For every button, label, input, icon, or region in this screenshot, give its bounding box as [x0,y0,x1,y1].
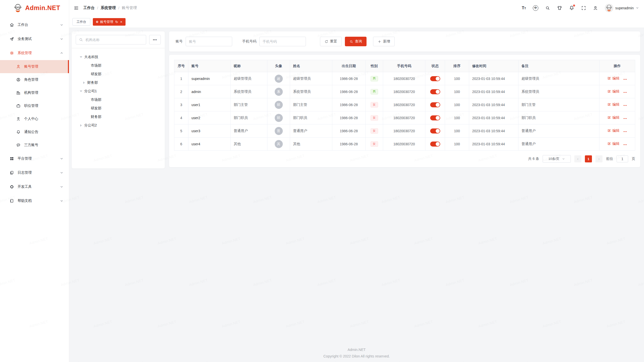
sidebar-item-dev-tools[interactable]: 开发工具 [0,180,69,194]
prev-page-button[interactable]: ‹ [574,155,581,162]
gender-badge: 女 [371,115,378,121]
search-icon[interactable] [545,6,550,11]
more-actions-button[interactable]: ••• [623,78,627,81]
tree-node[interactable]: 财务部 [76,113,161,121]
current-page-button[interactable]: 1 [585,155,592,162]
goto-page-input[interactable] [617,155,628,162]
person-icon[interactable] [593,6,598,11]
edit-button[interactable]: 编辑 [607,142,619,146]
sidebar-item-workbench[interactable]: 工作台 [0,18,69,32]
sidebar-item-position-management[interactable]: 职位管理 [0,99,69,112]
more-actions-button[interactable]: ••• [623,91,627,94]
sidebar-item-log-management[interactable]: 日志管理 [0,166,69,180]
tree-node[interactable]: 市场部 [76,61,161,70]
avatar: 普 [275,127,283,135]
next-page-button[interactable]: › [595,155,602,162]
collapse-menu-icon[interactable] [74,6,79,11]
status-toggle[interactable] [430,102,440,107]
more-actions-button[interactable]: ••• [623,130,627,133]
breadcrumb-separator: / [97,6,98,10]
tree-node[interactable]: 财务部 [76,78,161,87]
sidebar-item-notice[interactable]: 通知公告 [0,125,69,139]
caret-right-icon[interactable] [82,81,86,84]
tab-workbench[interactable]: 工作台 [72,18,90,26]
sidebar-item-role-management[interactable]: 角色管理 [0,73,69,86]
notification-badge [573,5,575,7]
sidebar-item-org-management[interactable]: 机构管理 [0,86,69,99]
tab-account-management[interactable]: 账号管理 ↻ × [93,18,126,26]
add-button[interactable]: 新增 [373,37,395,46]
refresh-icon[interactable]: ↻ [115,20,118,24]
caret-down-icon[interactable] [79,90,83,92]
edit-button[interactable]: 编辑 [607,102,619,107]
query-button[interactable]: 查询 [345,37,367,46]
tag-view-bar: 工作台 账号管理 ↻ × [69,16,644,28]
close-icon[interactable]: × [120,20,122,24]
avatar: 部 [275,101,283,109]
tree-node[interactable]: 研发部 [76,104,161,113]
tree-node[interactable]: 研发部 [76,70,161,78]
table-row: 2 admin 系统管理员 系 系统管理员 1986-06-28 男 18020… [174,85,635,98]
more-actions-button[interactable]: ••• [623,104,627,107]
status-toggle[interactable] [430,142,440,147]
phone-label: 手机号码 [242,39,256,44]
breadcrumb-workbench[interactable]: 工作台 [83,6,95,10]
status-toggle[interactable] [430,89,440,94]
sidebar-item-third-party-account[interactable]: 三方账号 [0,139,69,152]
tree-node[interactable]: 大名科技 [76,53,161,61]
user-menu[interactable]: superadmin [605,4,639,12]
status-toggle[interactable] [430,115,440,120]
sidebar-item-account-management[interactable]: 账号管理 [0,60,69,73]
account-input[interactable] [186,37,232,46]
font-size-icon[interactable]: TT [522,6,526,10]
edit-icon [607,142,611,146]
status-toggle[interactable] [430,76,440,81]
account-table-panel: 序号 账号 昵称 头像 姓名 出生日期 性别 手机号码 状态 排序 修改时间 备… [169,55,640,167]
logo[interactable]: Admin.NET [0,0,69,16]
chat-icon [16,143,21,147]
notification-bell-icon[interactable] [569,5,574,11]
language-icon[interactable]: 中 [533,5,538,11]
footer: Admin.NET Copyright © 2022 Dilon All rig… [69,346,644,359]
sidebar-item-system-management[interactable]: 系统管理 [0,46,69,60]
edit-button[interactable]: 编辑 [607,115,619,120]
sidebar: Admin.NET 工作台 业务测试 系统管理 账号管理 角色管理 机构管理 [0,0,69,362]
org-name-input[interactable] [76,35,146,44]
sidebar-item-help-docs[interactable]: 帮助文档 [0,194,69,208]
briefcase-icon [16,104,21,108]
tree-more-button[interactable]: ••• [149,35,161,44]
send-icon [10,37,14,41]
theme-shirt-icon[interactable] [557,5,562,11]
gender-badge: 男 [371,76,378,81]
edit-button[interactable]: 编辑 [607,128,619,133]
sidebar-item-platform-management[interactable]: 平台管理 [0,152,69,166]
reset-button[interactable]: 重置 [320,37,342,46]
goto-unit: 页 [632,157,635,161]
more-actions-button[interactable]: ••• [623,143,627,146]
breadcrumb-system[interactable]: 系统管理 [101,6,116,10]
edit-button[interactable]: 编辑 [607,89,619,94]
avatar: 部 [275,114,283,122]
table-row: 3 user1 部门主管 部 部门主管 1986-06-28 女 1802003… [174,98,635,111]
status-toggle[interactable] [430,128,440,133]
phone-input[interactable] [259,37,306,46]
account-label: 账号 [176,39,183,44]
caret-down-icon[interactable] [79,56,83,58]
logo-monk-icon [13,3,23,13]
fullscreen-icon[interactable] [581,6,586,11]
gear-icon [10,51,14,55]
grid-icon [10,156,14,161]
chevron-down-icon [60,199,63,203]
caret-right-icon[interactable] [79,124,83,127]
tree-node[interactable]: 分公司1 [76,87,161,96]
chevron-up-icon [60,51,63,55]
tree-node[interactable]: 市场部 [76,96,161,104]
tree-node[interactable]: 分公司2 [76,121,161,130]
edit-icon [607,103,611,106]
sidebar-item-business-test[interactable]: 业务测试 [0,32,69,46]
edit-icon [607,89,611,93]
page-size-select[interactable]: 10条/页 [543,155,571,163]
sidebar-item-personal-center[interactable]: 个人中心 [0,112,69,125]
more-actions-button[interactable]: ••• [623,117,627,120]
edit-button[interactable]: 编辑 [607,76,619,81]
